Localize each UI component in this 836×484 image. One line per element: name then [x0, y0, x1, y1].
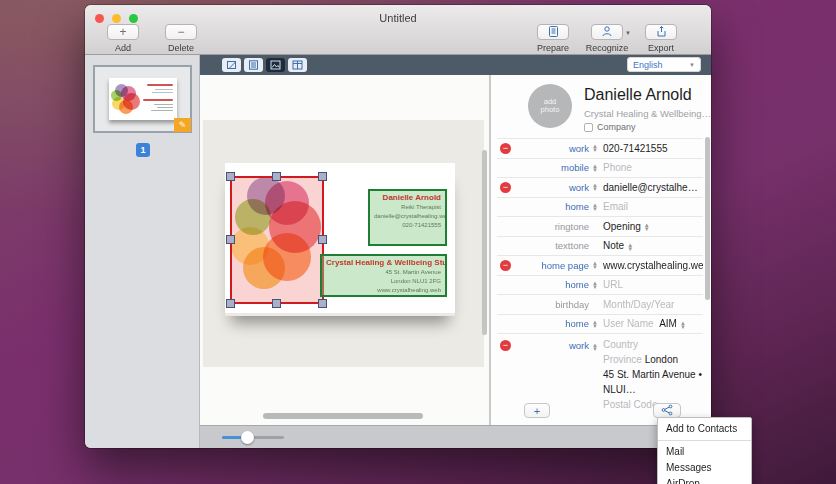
value-stepper-icon[interactable]: ▲▼ [644, 223, 650, 231]
label-stepper-icon[interactable]: ▲▼ [589, 261, 599, 269]
share-menu-item-add-to-contacts[interactable]: Add to Contacts [658, 421, 751, 437]
export-share-icon [655, 25, 668, 40]
card-text-line: 45 St. Martin Avenue [326, 268, 441, 277]
add-photo-button[interactable]: add photo [528, 84, 572, 128]
address-block[interactable]: Country Province London 45 St. Martin Av… [599, 337, 703, 412]
label-stepper-icon[interactable]: ▲▼ [589, 320, 599, 328]
remove-field-button[interactable]: − [500, 182, 511, 193]
card-company-text: Crystal Healing & Wellbeing Studio [326, 258, 441, 268]
field-placeholder[interactable]: Phone [603, 162, 632, 173]
field-row-email-home: home ▲▼ Email [497, 197, 703, 217]
text-region-company[interactable]: Crystal Healing & Wellbeing Studio 45 St… [320, 254, 447, 297]
field-placeholder[interactable]: URL [603, 279, 623, 290]
company-checkbox[interactable] [584, 123, 593, 132]
value-stepper-icon[interactable]: ▲▼ [627, 243, 633, 251]
recognize-dropdown-caret[interactable]: ▼ [625, 30, 631, 36]
field-placeholder: User Name [603, 318, 654, 329]
selection-handle[interactable] [226, 299, 235, 308]
province-placeholder: Province [603, 354, 642, 365]
share-menu-item-messages[interactable]: Messages [658, 460, 751, 476]
field-label[interactable]: work [523, 182, 589, 193]
share-menu-item-mail[interactable]: Mail [658, 444, 751, 460]
field-row-phone-work: − work ▲▼ 020-71421555 [497, 138, 703, 158]
contact-name[interactable]: Danielle Arnold [584, 86, 692, 104]
country-placeholder: Country [603, 339, 638, 350]
window-title: Untitled [85, 12, 711, 24]
selection-handle[interactable] [318, 235, 327, 244]
view-image-button[interactable] [266, 58, 285, 72]
remove-field-button[interactable]: − [500, 260, 511, 271]
card-text-line: danielle@crystalhealing.web [374, 212, 441, 221]
add-button-label: Add [115, 43, 131, 53]
label-stepper-icon[interactable]: ▲▼ [589, 343, 599, 351]
view-text-button[interactable] [244, 58, 263, 72]
label-stepper-icon[interactable]: ▲▼ [589, 183, 599, 191]
add-button[interactable]: + [107, 24, 139, 40]
city-value: London [645, 354, 678, 365]
field-value[interactable]: 020-71421555 [599, 143, 703, 154]
recognize-button-label: Recognize [586, 43, 629, 53]
card-thumbnail[interactable]: ✎ [93, 65, 192, 133]
contact-organization[interactable]: Crystal Healing & Wellbeing… [584, 108, 711, 119]
field-label[interactable]: work [523, 143, 589, 154]
label-stepper-icon[interactable]: ▲▼ [589, 144, 599, 152]
field-value[interactable]: danielle@crystalhe… [599, 182, 703, 193]
label-stepper-icon[interactable]: ▲▼ [589, 281, 599, 289]
street-value: 45 St. Martin Avenue • NLUI… [603, 367, 703, 397]
prepare-button[interactable] [537, 24, 569, 40]
canvas-horizontal-scrollbar[interactable] [263, 413, 423, 419]
canvas-vertical-scrollbar[interactable] [482, 150, 487, 335]
chevron-down-icon: ▼ [689, 62, 695, 68]
logo-selection-region[interactable] [230, 176, 324, 304]
main-area: English ▼ [200, 55, 711, 448]
delete-button[interactable]: − [165, 24, 197, 40]
view-mode-segments [222, 58, 307, 72]
field-row-homepage: − home page ▲▼ www.crystalhealing.web [497, 255, 703, 275]
app-window: Untitled + Add − Delete [85, 5, 711, 448]
delete-button-label: Delete [168, 43, 194, 53]
language-select[interactable]: English ▼ [627, 57, 701, 72]
selection-handle[interactable] [226, 235, 235, 244]
field-row-im: home ▲▼ User Name AIM▲▼ [497, 314, 703, 334]
view-split-button[interactable] [288, 58, 307, 72]
field-label[interactable]: work [523, 340, 589, 351]
zoom-bar [200, 425, 711, 448]
field-label[interactable]: home [523, 318, 589, 329]
selection-handle[interactable] [272, 172, 281, 181]
zoom-slider-knob[interactable] [241, 431, 254, 444]
value-stepper-icon[interactable]: ▲▼ [680, 321, 686, 329]
field-value[interactable]: www.crystalhealing.web [599, 260, 703, 271]
zoom-slider[interactable] [222, 436, 284, 439]
field-row-address: − work ▲▼ Country Province London 45 St.… [497, 333, 703, 405]
export-button[interactable] [645, 24, 677, 40]
card-text-line: London NLU1 2FG [326, 277, 441, 286]
field-value[interactable]: User Name AIM▲▼ [599, 318, 703, 329]
field-value[interactable]: Note▲▼ [599, 240, 703, 251]
recognize-button[interactable]: ▼ [591, 24, 623, 40]
field-label: texttone [523, 240, 589, 251]
field-label[interactable]: home [523, 201, 589, 212]
card-thumbnail-image [109, 78, 177, 120]
field-label: ringtone [523, 221, 589, 232]
field-placeholder[interactable]: Email [603, 201, 628, 212]
field-label[interactable]: home page [523, 260, 589, 271]
remove-field-button[interactable]: − [500, 340, 511, 351]
share-menu-item-airdrop[interactable]: AirDrop [658, 476, 751, 484]
label-stepper-icon[interactable]: ▲▼ [589, 164, 599, 172]
text-region-contact[interactable]: Danielle Arnold Reiki Therapist danielle… [368, 189, 447, 246]
selection-handle[interactable] [318, 299, 327, 308]
label-stepper-icon[interactable]: ▲▼ [589, 203, 599, 211]
remove-field-button[interactable]: − [500, 143, 511, 154]
field-value[interactable]: Opening▲▼ [599, 221, 703, 232]
view-crop-button[interactable] [222, 58, 241, 72]
selection-handle[interactable] [226, 172, 235, 181]
field-label[interactable]: mobile [523, 162, 589, 173]
selection-handle[interactable] [318, 172, 327, 181]
panel-scrollbar[interactable] [705, 137, 710, 300]
selection-handle[interactable] [272, 299, 281, 308]
share-button[interactable] [653, 403, 681, 418]
field-placeholder[interactable]: Month/Day/Year [603, 299, 674, 310]
field-label[interactable]: home [523, 279, 589, 290]
add-field-button[interactable]: + [524, 403, 550, 418]
recognize-person-icon [601, 25, 614, 40]
